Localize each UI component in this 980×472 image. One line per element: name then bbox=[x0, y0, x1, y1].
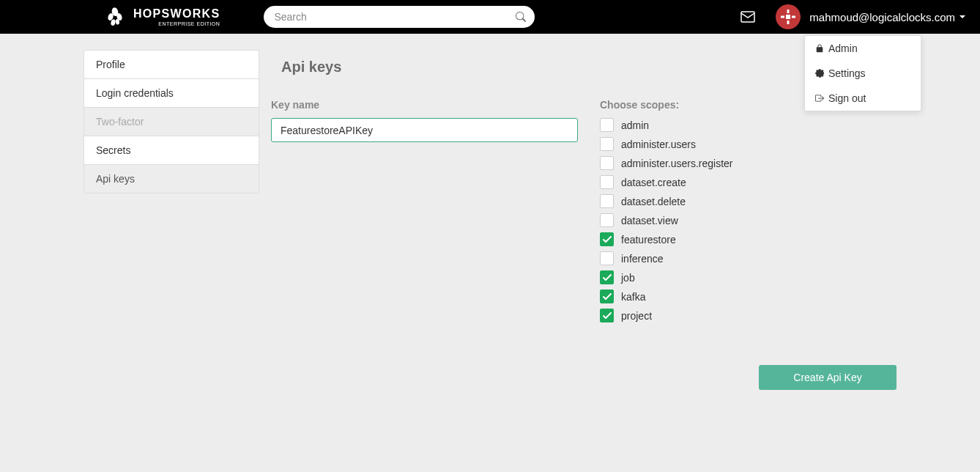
scope-item-featurestore[interactable]: featurestore bbox=[600, 232, 897, 246]
scope-item-project[interactable]: project bbox=[600, 309, 897, 322]
scope-checkbox[interactable] bbox=[600, 251, 614, 265]
scope-label: dataset.create bbox=[621, 177, 686, 188]
lock-icon bbox=[815, 44, 824, 53]
dropdown-item-label: Settings bbox=[828, 67, 866, 79]
key-name-label: Key name bbox=[271, 99, 578, 111]
envelope-icon bbox=[740, 11, 755, 23]
sidebar-item-label: Login credentials bbox=[96, 87, 174, 99]
create-api-key-button[interactable]: Create Api Key bbox=[759, 365, 897, 390]
user-dropdown: Admin Settings Sign out bbox=[804, 35, 921, 111]
scope-checkbox[interactable] bbox=[600, 213, 614, 227]
dropdown-item-label: Sign out bbox=[828, 92, 866, 104]
scope-item-kafka[interactable]: kafka bbox=[600, 290, 897, 303]
sidebar-item-login-credentials[interactable]: Login credentials bbox=[84, 79, 259, 108]
avatar bbox=[776, 4, 801, 29]
scope-item-dataset-view[interactable]: dataset.view bbox=[600, 213, 897, 227]
logo[interactable]: HOPSWORKS ENTERPRISE EDITION bbox=[103, 4, 220, 29]
sidebar-item-label: Api keys bbox=[96, 173, 135, 185]
sidebar-item-label: Profile bbox=[96, 59, 125, 70]
search-icon bbox=[516, 12, 526, 22]
user-menu-trigger[interactable]: mahmoud@logicalclocks.com bbox=[776, 4, 965, 29]
svg-rect-7 bbox=[787, 10, 790, 13]
search-wrap bbox=[264, 6, 535, 28]
main-content: Api keys Key name Choose scopes: adminad… bbox=[271, 50, 897, 390]
svg-rect-9 bbox=[792, 16, 795, 18]
search-input[interactable] bbox=[264, 6, 535, 28]
scope-label: admin bbox=[621, 119, 649, 131]
svg-rect-11 bbox=[786, 15, 790, 19]
signout-icon bbox=[815, 94, 824, 103]
scope-checkbox[interactable] bbox=[600, 232, 614, 246]
scope-item-admin[interactable]: admin bbox=[600, 118, 897, 132]
dropdown-item-signout[interactable]: Sign out bbox=[805, 86, 921, 111]
sidebar-item-two-factor: Two-factor bbox=[84, 108, 259, 136]
mail-button[interactable] bbox=[740, 11, 755, 23]
logo-text-sub: ENTERPRISE EDITION bbox=[133, 21, 220, 26]
sidebar-item-label: Two-factor bbox=[96, 116, 144, 128]
scope-item-dataset-delete[interactable]: dataset.delete bbox=[600, 194, 897, 208]
scope-item-dataset-create[interactable]: dataset.create bbox=[600, 175, 897, 189]
scope-checkbox[interactable] bbox=[600, 290, 614, 303]
check-icon bbox=[603, 312, 612, 320]
dropdown-item-admin[interactable]: Admin bbox=[805, 36, 921, 61]
search-button[interactable] bbox=[516, 12, 526, 22]
scope-label: inference bbox=[621, 253, 664, 265]
sidebar-item-api-keys[interactable]: Api keys bbox=[84, 165, 259, 193]
check-icon bbox=[603, 236, 612, 243]
dropdown-item-label: Admin bbox=[828, 43, 858, 54]
scope-checkbox[interactable] bbox=[600, 118, 614, 132]
scope-item-administer-users-register[interactable]: administer.users.register bbox=[600, 156, 897, 170]
scope-label: job bbox=[621, 272, 635, 284]
scope-label: project bbox=[621, 310, 652, 322]
scope-label: kafka bbox=[621, 291, 645, 303]
scope-checkbox[interactable] bbox=[600, 194, 614, 208]
dropdown-item-settings[interactable]: Settings bbox=[805, 61, 921, 86]
sidebar: Profile Login credentials Two-factor Sec… bbox=[83, 50, 259, 193]
user-email: mahmoud@logicalclocks.com bbox=[809, 11, 955, 23]
scope-checkbox[interactable] bbox=[600, 156, 614, 170]
scope-label: administer.users bbox=[621, 139, 696, 150]
scope-item-administer-users[interactable]: administer.users bbox=[600, 137, 897, 151]
scope-list: adminadminister.usersadminister.users.re… bbox=[600, 118, 897, 322]
svg-rect-8 bbox=[781, 16, 784, 18]
scope-label: dataset.view bbox=[621, 215, 678, 226]
scope-checkbox[interactable] bbox=[600, 309, 614, 322]
scope-label: dataset.delete bbox=[621, 196, 686, 207]
sidebar-item-secrets[interactable]: Secrets bbox=[84, 136, 259, 165]
sidebar-item-label: Secrets bbox=[96, 144, 130, 156]
check-icon bbox=[603, 274, 612, 281]
scope-item-job[interactable]: job bbox=[600, 270, 897, 284]
scope-checkbox[interactable] bbox=[600, 270, 614, 284]
hopsworks-logo-icon bbox=[103, 4, 127, 29]
header-bar: HOPSWORKS ENTERPRISE EDITION bbox=[0, 0, 980, 34]
scope-label: featurestore bbox=[621, 234, 676, 246]
sidebar-item-profile[interactable]: Profile bbox=[84, 51, 259, 79]
check-icon bbox=[603, 293, 612, 300]
scope-label: administer.users.register bbox=[621, 158, 733, 169]
logo-text-main: HOPSWORKS bbox=[133, 8, 220, 20]
svg-rect-10 bbox=[787, 21, 790, 24]
svg-rect-5 bbox=[741, 12, 754, 22]
scope-checkbox[interactable] bbox=[600, 175, 614, 189]
key-name-input[interactable] bbox=[271, 118, 578, 142]
scope-item-inference[interactable]: inference bbox=[600, 251, 897, 265]
gear-icon bbox=[815, 69, 824, 78]
scope-checkbox[interactable] bbox=[600, 137, 614, 151]
caret-down-icon bbox=[959, 15, 965, 18]
